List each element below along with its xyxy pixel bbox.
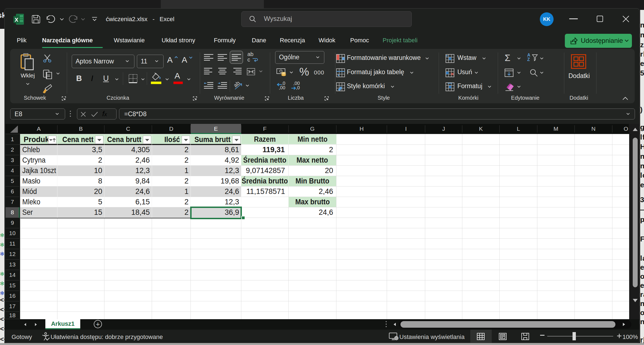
- svg-text:X: X: [15, 17, 18, 23]
